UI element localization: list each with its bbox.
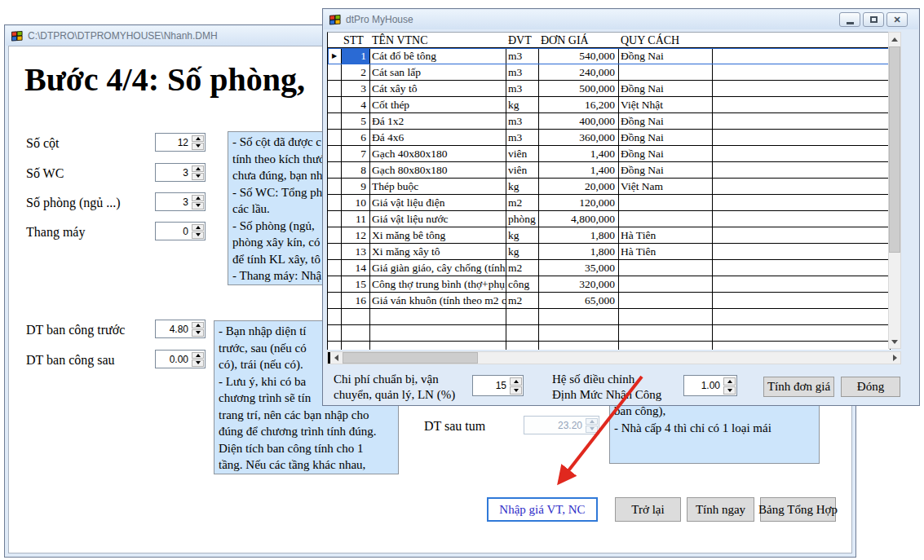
table-cell-stt[interactable]: 10 — [342, 195, 370, 211]
labor-coefficient-spinner[interactable]: 1.00 — [683, 375, 737, 396]
row-selector-cell[interactable] — [328, 162, 342, 179]
scroll-left-button[interactable] — [331, 352, 342, 364]
table-cell-stt[interactable]: 5 — [342, 113, 370, 130]
table-cell-name[interactable]: Giá ván khuôn (tính theo m2 c — [370, 293, 506, 309]
table-cell-spec[interactable]: Việt Nam — [619, 179, 713, 195]
table-cell-spec[interactable] — [619, 64, 713, 81]
row-selector-cell[interactable] — [328, 113, 342, 130]
table-cell-price[interactable]: 35,000 — [539, 260, 619, 276]
table-cell-spec[interactable]: Đồng Nai — [619, 146, 713, 162]
close-button[interactable]: ✕ — [886, 12, 908, 27]
table-cell-extra[interactable] — [713, 179, 891, 195]
table-cell-price[interactable]: 120,000 — [539, 195, 619, 211]
cost-percent-spinner[interactable]: 15 — [472, 375, 524, 396]
spin-up-button[interactable] — [192, 352, 204, 359]
table-cell-unit[interactable]: m2 — [506, 260, 539, 276]
table-cell-name[interactable]: Xi măng bê tông — [370, 227, 506, 244]
table-cell-unit[interactable]: m3 — [506, 48, 539, 64]
table-cell-price[interactable]: 320,000 — [539, 276, 619, 293]
table-cell-extra[interactable] — [713, 227, 891, 244]
spin-up-button[interactable] — [192, 135, 204, 143]
scroll-right-button[interactable] — [890, 352, 900, 364]
spin-down-button[interactable] — [192, 173, 204, 180]
field-spinner-3[interactable]: 3 — [155, 192, 206, 211]
table-cell-unit[interactable]: kg — [506, 227, 539, 244]
table-cell-unit[interactable]: kg — [506, 97, 539, 113]
table-cell-extra[interactable] — [713, 146, 891, 162]
table-cell-stt[interactable]: 2 — [342, 64, 370, 81]
table-cell-spec[interactable]: Hà Tiên — [619, 227, 713, 244]
row-selector-cell[interactable] — [328, 244, 342, 260]
table-cell-stt[interactable]: 15 — [342, 276, 370, 293]
table-cell-stt[interactable]: 13 — [342, 244, 370, 260]
row-selector-cell[interactable] — [328, 276, 342, 293]
table-cell-price[interactable]: 500,000 — [539, 81, 619, 97]
calc-now-button[interactable]: Tính ngay — [687, 497, 754, 522]
vertical-scrollbar-thumb[interactable] — [889, 46, 900, 253]
table-cell-unit[interactable]: m2 — [506, 293, 539, 309]
table-cell-extra[interactable] — [713, 211, 891, 227]
spin-up-button[interactable] — [510, 377, 522, 386]
table-cell-name[interactable]: Đá 4x6 — [370, 130, 506, 146]
balcony-spinner-2[interactable]: 0.00 — [155, 350, 206, 368]
table-cell-unit[interactable]: kg — [506, 244, 539, 260]
table-cell-stt[interactable]: 14 — [342, 260, 370, 276]
table-cell-unit[interactable]: m3 — [506, 113, 539, 130]
table-cell-price[interactable]: 4,800,000 — [539, 211, 619, 227]
spin-up-button[interactable] — [723, 377, 736, 386]
table-cell-extra[interactable] — [713, 162, 891, 179]
table-cell-spec[interactable]: Đồng Nai — [619, 130, 713, 146]
table-cell-extra[interactable] — [713, 293, 891, 309]
table-cell-name[interactable]: Đá 1x2 — [370, 113, 506, 130]
table-cell-name[interactable]: Xi măng xây tô — [370, 244, 506, 260]
row-selector-cell[interactable] — [328, 227, 342, 244]
table-cell-unit[interactable]: công — [506, 276, 539, 293]
row-selector-cell[interactable] — [328, 195, 342, 211]
table-cell-spec[interactable]: Đồng Nai — [619, 113, 713, 130]
maximize-button[interactable] — [863, 12, 884, 27]
spin-down-button[interactable] — [723, 386, 736, 395]
table-cell-name[interactable]: Cốt thép — [370, 97, 506, 113]
row-selector-cell[interactable] — [328, 146, 342, 162]
table-cell-price[interactable]: 65,000 — [539, 293, 619, 309]
spin-up-button[interactable] — [192, 322, 204, 329]
table-cell-stt[interactable]: 12 — [342, 227, 370, 244]
table-cell-unit[interactable]: viên — [506, 162, 539, 179]
table-cell-name[interactable]: Gạch 40x80x180 — [370, 146, 506, 162]
field-spinner-4[interactable]: 0 — [155, 222, 206, 240]
balcony-spinner-1[interactable]: 4.80 — [155, 320, 206, 338]
table-cell-extra[interactable] — [713, 64, 891, 81]
row-selector-cell[interactable] — [328, 64, 342, 81]
dialog-titlebar[interactable]: dtPro MyHouse — [324, 10, 918, 29]
table-cell-price[interactable]: 400,000 — [539, 113, 619, 130]
table-cell-extra[interactable] — [713, 276, 891, 293]
table-cell-extra[interactable] — [713, 81, 891, 97]
scroll-down-button[interactable] — [889, 335, 900, 348]
spin-up-button[interactable] — [192, 195, 204, 202]
table-cell-name[interactable]: Cát xây tô — [370, 81, 506, 97]
table-cell-unit[interactable]: m2 — [506, 195, 539, 211]
row-selector-cell[interactable] — [328, 130, 342, 146]
back-button[interactable]: Trở lại — [615, 497, 681, 522]
table-cell-unit[interactable]: kg — [506, 179, 539, 195]
spin-down-button[interactable] — [192, 143, 204, 150]
table-cell-spec[interactable] — [619, 260, 713, 276]
table-cell-stt[interactable]: 16 — [342, 293, 370, 309]
row-selector-cell[interactable] — [328, 81, 342, 97]
field-spinner-1[interactable]: 12 — [155, 133, 206, 152]
table-cell-extra[interactable] — [713, 113, 891, 130]
table-cell-price[interactable]: 20,000 — [539, 179, 619, 195]
table-cell-unit[interactable]: viên — [506, 146, 539, 162]
table-cell-price[interactable]: 240,000 — [539, 64, 619, 81]
table-cell-price[interactable]: 540,000 — [539, 48, 619, 64]
table-cell-extra[interactable] — [713, 244, 891, 260]
row-selector-cell[interactable] — [328, 97, 342, 113]
table-cell-name[interactable]: Giá giàn giáo, cây chống (tính — [370, 260, 506, 276]
table-cell-unit[interactable]: m3 — [506, 64, 539, 81]
table-cell-name[interactable]: Thép buộc — [370, 179, 506, 195]
vertical-scrollbar[interactable] — [888, 32, 901, 349]
table-cell-spec[interactable]: Hà Tiên — [619, 244, 713, 260]
summary-table-button[interactable]: Bảng Tổng Hợp — [760, 497, 836, 522]
table-cell-name[interactable]: Giá vật liệu nước — [370, 211, 506, 227]
table-cell-stt[interactable]: 7 — [342, 146, 370, 162]
